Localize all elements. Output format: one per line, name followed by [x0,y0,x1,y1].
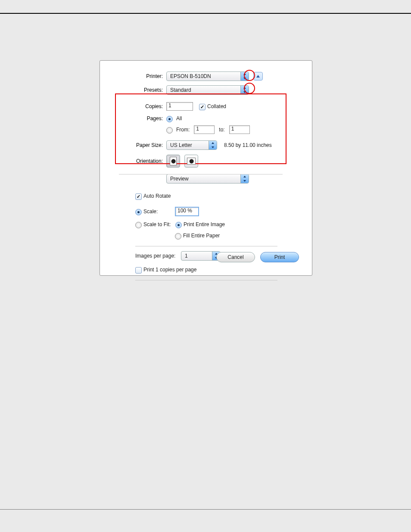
presets-value: Standard [167,87,240,93]
fill-entire-paper-label: Fill Entire Paper [183,233,220,239]
images-per-page-select[interactable]: 1 [181,251,221,261]
scale-to-fit-radio[interactable] [135,222,142,228]
printer-select[interactable]: EPSON B-510DN [166,72,249,81]
paper-size-value: US Letter [167,142,209,148]
pane-select[interactable]: Preview [166,174,249,184]
presets-label: Presets: [100,87,166,93]
orientation-label: Orientation: [100,158,166,164]
printer-value: EPSON B-510DN [167,73,240,79]
person-icon: ⬤ [189,159,194,163]
paper-size-select[interactable]: US Letter [166,140,217,150]
pane-value: Preview [167,176,240,182]
print-entire-image-label: Print Entire Image [184,221,225,227]
scale-radio[interactable] [135,209,142,215]
updown-icon [240,86,249,94]
page-icon: ⬤ [170,157,177,165]
updown-icon [240,72,249,81]
page-footer-bar [0,509,411,523]
print-copies-per-page-label: Print 1 copies per page [143,267,196,273]
updown-icon [240,174,249,183]
copies-input[interactable]: 1 [166,102,193,111]
cancel-button[interactable]: Cancel [216,252,255,262]
person-icon: ⬤ [171,159,176,163]
pages-from-label: From: [176,127,190,133]
scale-input[interactable]: 100 % [175,207,199,216]
orientation-portrait-button[interactable]: ⬤ [166,155,180,168]
paper-size-label: Paper Size: [100,142,166,148]
print-entire-image-radio[interactable] [175,222,182,228]
pages-to-label: to: [219,127,224,133]
orientation-landscape-button[interactable]: ⬤ [184,155,198,168]
images-per-page-value: 1 [181,253,212,259]
updown-icon [209,141,217,149]
pages-label: Pages: [100,115,166,121]
print-button[interactable]: Print [260,252,299,262]
pages-range-radio[interactable] [166,127,173,134]
page-icon: ⬤ [187,158,196,165]
presets-select[interactable]: Standard [166,85,249,95]
pages-from-input[interactable]: 1 [194,125,215,134]
paper-dims-text: 8.50 by 11.00 inches [224,142,272,148]
print-dialog: Printer: EPSON B-510DN Presets: Standard [100,60,312,276]
pages-to-input[interactable]: 1 [229,125,250,134]
pages-all-label: All [176,115,182,121]
scale-label: Scale: [143,208,175,215]
images-per-page-label: Images per page: [135,253,181,259]
printer-label: Printer: [100,73,166,79]
collapse-dialog-button[interactable] [253,72,263,81]
copies-label: Copies: [100,103,166,109]
print-copies-per-page-checkbox[interactable] [135,267,142,274]
page-header-bar [0,0,411,14]
collated-label: Collated [207,103,226,109]
pages-all-radio[interactable] [166,116,173,122]
fill-entire-paper-radio[interactable] [175,233,181,240]
scale-to-fit-label: Scale to Fit: [143,221,175,227]
auto-rotate-checkbox[interactable] [135,193,142,200]
collated-checkbox[interactable] [199,104,206,110]
auto-rotate-label: Auto Rotate [143,193,171,199]
